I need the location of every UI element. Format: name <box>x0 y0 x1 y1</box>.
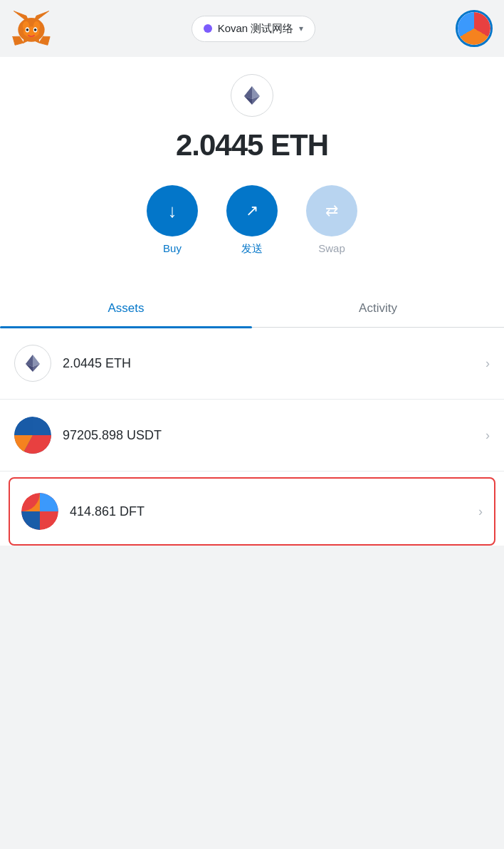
buy-label: Buy <box>163 242 182 254</box>
send-icon-circle: ↗ <box>226 185 278 236</box>
dft-chevron-icon: › <box>478 504 483 519</box>
send-button[interactable]: ↗ 发送 <box>226 185 278 256</box>
svg-point-6 <box>26 28 29 31</box>
buy-icon-circle: ↓ <box>147 185 198 236</box>
usdt-balance: 97205.898 USDT <box>63 428 485 443</box>
send-arrow-icon: ↗ <box>246 203 258 219</box>
main-content: 2.0445 ETH ↓ Buy ↗ 发送 ⇄ S <box>0 57 504 546</box>
eth-balance: 2.0445 ETH <box>63 356 485 371</box>
eth-chevron-icon: › <box>485 356 490 371</box>
metamask-logo <box>11 9 51 48</box>
dft-token-logo <box>21 493 58 530</box>
tab-assets[interactable]: Assets <box>0 290 252 327</box>
tabs: Assets Activity <box>0 290 504 328</box>
download-icon: ↓ <box>168 202 177 220</box>
balance-section: 2.0445 ETH ↓ Buy ↗ 发送 ⇄ S <box>0 57 504 284</box>
swap-arrows-icon: ⇄ <box>325 203 338 219</box>
asset-item-usdt[interactable]: 97205.898 USDT › <box>0 400 504 472</box>
account-avatar[interactable] <box>456 10 493 47</box>
network-selector[interactable]: Kovan 测试网络 ▾ <box>191 16 316 42</box>
dft-balance: 414.861 DFT <box>70 504 478 519</box>
eth-logo-icon <box>21 352 44 375</box>
header: Kovan 测试网络 ▾ <box>0 0 504 57</box>
usdt-logo-icon <box>14 417 51 454</box>
svg-point-7 <box>34 28 37 31</box>
network-name: Kovan 测试网络 <box>218 22 294 36</box>
network-indicator <box>204 24 212 33</box>
action-buttons: ↓ Buy ↗ 发送 ⇄ Swap <box>147 185 357 256</box>
asset-item-eth[interactable]: 2.0445 ETH › <box>0 328 504 400</box>
buy-button[interactable]: ↓ Buy <box>147 185 198 254</box>
usdt-token-logo <box>14 417 51 454</box>
avatar-image <box>458 12 490 45</box>
svg-point-3 <box>23 26 39 37</box>
swap-label: Swap <box>318 242 345 254</box>
ethereum-icon <box>240 83 264 108</box>
usdt-chevron-icon: › <box>485 428 490 443</box>
balance-display: 2.0445 ETH <box>176 128 328 162</box>
tab-activity[interactable]: Activity <box>252 290 504 327</box>
asset-item-dft[interactable]: 414.861 DFT › <box>9 477 495 546</box>
eth-logo <box>231 74 273 117</box>
send-label: 发送 <box>241 242 263 256</box>
chevron-down-icon: ▾ <box>299 24 303 33</box>
asset-list: 2.0445 ETH › 97205.898 USDT › <box>0 328 504 546</box>
swap-icon-circle: ⇄ <box>306 185 357 236</box>
swap-button[interactable]: ⇄ Swap <box>306 185 357 254</box>
eth-token-logo <box>14 345 51 382</box>
dft-logo-icon <box>21 493 58 530</box>
